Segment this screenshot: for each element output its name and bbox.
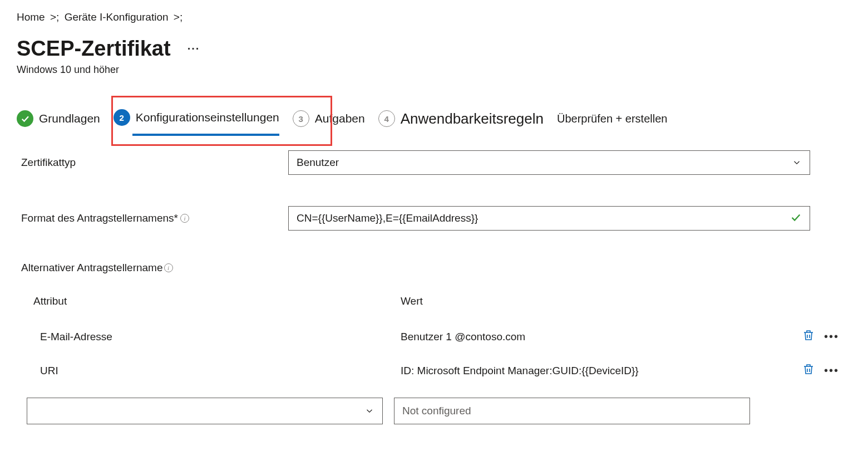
san-value: ID: Microsoft Endpoint Manager:GUID:{{De… xyxy=(388,354,790,388)
step-ueberpruefen-erstellen[interactable]: Überprüfen + erstellen xyxy=(557,112,667,125)
san-table: Attribut Wert E-Mail-Adresse Benutzer 1 … xyxy=(21,290,851,388)
select-new-san-attr[interactable] xyxy=(27,398,383,424)
info-icon[interactable]: i xyxy=(164,263,173,272)
placeholder-text: Not configured xyxy=(402,405,471,417)
step-label: Überprüfen + erstellen xyxy=(557,112,667,125)
table-row: E-Mail-Adresse Benutzer 1 @contoso.com •… xyxy=(21,320,851,354)
san-attr: E-Mail-Adresse xyxy=(21,320,388,354)
delete-button[interactable] xyxy=(802,329,815,345)
san-attr: URI xyxy=(21,354,388,388)
checkmark-icon xyxy=(790,211,802,226)
breadcrumb-item[interactable]: Home xyxy=(17,11,45,23)
step-label: Konfigurationseinstellungen xyxy=(136,111,279,124)
check-icon xyxy=(17,110,33,127)
chevron-down-icon xyxy=(364,406,374,416)
step-konfigurationseinstellungen[interactable]: 2 Konfigurationseinstellungen xyxy=(114,109,279,128)
breadcrumb-item[interactable]: Geräte I-Konfiguration xyxy=(65,11,169,23)
breadcrumb-sep: >; xyxy=(174,11,183,23)
san-value: Benutzer 1 @contoso.com xyxy=(388,320,790,354)
step-label: Grundlagen xyxy=(39,112,100,125)
col-attribut: Attribut xyxy=(21,290,388,320)
select-value: Benutzer xyxy=(297,156,339,169)
table-row: URI ID: Microsoft Endpoint Manager:GUID:… xyxy=(21,354,851,388)
step-label: Aufgaben xyxy=(315,112,365,125)
breadcrumb-sep: >; xyxy=(50,11,59,23)
input-value: CN={{UserName}},E={{EmailAddress}} xyxy=(297,212,478,224)
step-grundlagen[interactable]: Grundlagen xyxy=(17,110,100,127)
step-number-badge: 4 xyxy=(378,110,395,127)
label-san: Alternativer Antragstellername i xyxy=(21,262,851,274)
wizard-stepper: Grundlagen 2 Konfigurationseinstellungen… xyxy=(17,109,851,128)
page-subtitle: Windows 10 und höher xyxy=(17,64,851,76)
step-aufgaben[interactable]: 3 Aufgaben xyxy=(293,110,365,127)
input-antragstellername[interactable]: CN={{UserName}},E={{EmailAddress}} xyxy=(288,206,810,231)
row-more-button[interactable]: ••• xyxy=(824,364,839,377)
chevron-down-icon xyxy=(792,158,802,168)
input-new-san-value[interactable]: Not configured xyxy=(394,398,750,424)
step-anwendbarkeitsregeln[interactable]: 4 Anwendbarkeitsregeln xyxy=(378,110,544,128)
col-wert: Wert xyxy=(388,290,790,320)
info-icon[interactable]: i xyxy=(180,214,189,223)
breadcrumb: Home >; Geräte I-Konfiguration >; xyxy=(17,11,851,23)
step-number-badge: 3 xyxy=(293,110,309,127)
label-zertifikattyp: Zertifikattyp xyxy=(21,156,288,169)
page-title: SCEP-Zertifikat xyxy=(17,37,171,61)
label-antragstellername: Format des Antragstellernamens* i xyxy=(21,212,288,224)
more-actions-button[interactable]: ··· xyxy=(188,42,200,55)
row-more-button[interactable]: ••• xyxy=(824,330,839,343)
step-number-badge: 2 xyxy=(114,109,130,126)
san-new-row: Not configured xyxy=(21,388,851,430)
delete-button[interactable] xyxy=(802,363,815,379)
step-label: Anwendbarkeitsregeln xyxy=(401,110,544,128)
select-zertifikattyp[interactable]: Benutzer xyxy=(288,150,810,175)
